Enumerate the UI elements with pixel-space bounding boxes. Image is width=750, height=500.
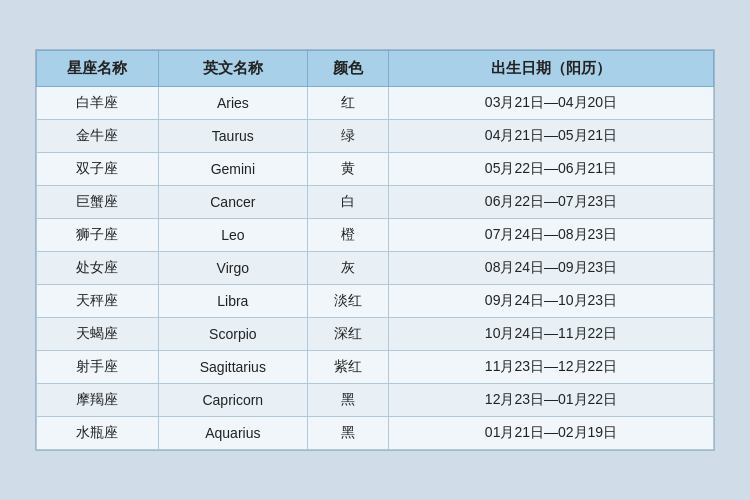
cell-date: 05月22日—06月21日 xyxy=(389,153,714,186)
table-row: 天蝎座Scorpio深红10月24日—11月22日 xyxy=(37,318,714,351)
cell-color: 绿 xyxy=(307,120,388,153)
cell-chinese: 天蝎座 xyxy=(37,318,159,351)
cell-chinese: 天秤座 xyxy=(37,285,159,318)
cell-chinese: 处女座 xyxy=(37,252,159,285)
cell-date: 10月24日—11月22日 xyxy=(389,318,714,351)
cell-chinese: 白羊座 xyxy=(37,87,159,120)
cell-chinese: 水瓶座 xyxy=(37,417,159,450)
table-row: 天秤座Libra淡红09月24日—10月23日 xyxy=(37,285,714,318)
cell-color: 黑 xyxy=(307,417,388,450)
cell-english: Capricorn xyxy=(158,384,307,417)
cell-date: 04月21日—05月21日 xyxy=(389,120,714,153)
cell-date: 07月24日—08月23日 xyxy=(389,219,714,252)
table-row: 狮子座Leo橙07月24日—08月23日 xyxy=(37,219,714,252)
table-row: 巨蟹座Cancer白06月22日—07月23日 xyxy=(37,186,714,219)
cell-english: Gemini xyxy=(158,153,307,186)
cell-date: 06月22日—07月23日 xyxy=(389,186,714,219)
cell-color: 红 xyxy=(307,87,388,120)
cell-english: Sagittarius xyxy=(158,351,307,384)
header-color: 颜色 xyxy=(307,51,388,87)
cell-chinese: 双子座 xyxy=(37,153,159,186)
zodiac-table: 星座名称 英文名称 颜色 出生日期（阳历） 白羊座Aries红03月21日—04… xyxy=(36,50,714,450)
header-chinese: 星座名称 xyxy=(37,51,159,87)
cell-english: Libra xyxy=(158,285,307,318)
table-row: 白羊座Aries红03月21日—04月20日 xyxy=(37,87,714,120)
cell-date: 11月23日—12月22日 xyxy=(389,351,714,384)
cell-chinese: 射手座 xyxy=(37,351,159,384)
header-english: 英文名称 xyxy=(158,51,307,87)
cell-date: 12月23日—01月22日 xyxy=(389,384,714,417)
cell-color: 黑 xyxy=(307,384,388,417)
table-row: 金牛座Taurus绿04月21日—05月21日 xyxy=(37,120,714,153)
cell-chinese: 金牛座 xyxy=(37,120,159,153)
cell-chinese: 巨蟹座 xyxy=(37,186,159,219)
cell-color: 灰 xyxy=(307,252,388,285)
cell-english: Taurus xyxy=(158,120,307,153)
cell-color: 黄 xyxy=(307,153,388,186)
cell-color: 深红 xyxy=(307,318,388,351)
cell-date: 01月21日—02月19日 xyxy=(389,417,714,450)
zodiac-table-container: 星座名称 英文名称 颜色 出生日期（阳历） 白羊座Aries红03月21日—04… xyxy=(35,49,715,451)
cell-color: 淡红 xyxy=(307,285,388,318)
table-header-row: 星座名称 英文名称 颜色 出生日期（阳历） xyxy=(37,51,714,87)
table-row: 处女座Virgo灰08月24日—09月23日 xyxy=(37,252,714,285)
cell-color: 紫红 xyxy=(307,351,388,384)
cell-date: 08月24日—09月23日 xyxy=(389,252,714,285)
table-row: 摩羯座Capricorn黑12月23日—01月22日 xyxy=(37,384,714,417)
table-row: 水瓶座Aquarius黑01月21日—02月19日 xyxy=(37,417,714,450)
cell-color: 白 xyxy=(307,186,388,219)
cell-english: Cancer xyxy=(158,186,307,219)
cell-english: Aquarius xyxy=(158,417,307,450)
cell-english: Virgo xyxy=(158,252,307,285)
cell-date: 03月21日—04月20日 xyxy=(389,87,714,120)
cell-english: Aries xyxy=(158,87,307,120)
table-row: 射手座Sagittarius紫红11月23日—12月22日 xyxy=(37,351,714,384)
cell-color: 橙 xyxy=(307,219,388,252)
cell-chinese: 狮子座 xyxy=(37,219,159,252)
cell-chinese: 摩羯座 xyxy=(37,384,159,417)
cell-english: Scorpio xyxy=(158,318,307,351)
header-date: 出生日期（阳历） xyxy=(389,51,714,87)
table-row: 双子座Gemini黄05月22日—06月21日 xyxy=(37,153,714,186)
cell-date: 09月24日—10月23日 xyxy=(389,285,714,318)
cell-english: Leo xyxy=(158,219,307,252)
